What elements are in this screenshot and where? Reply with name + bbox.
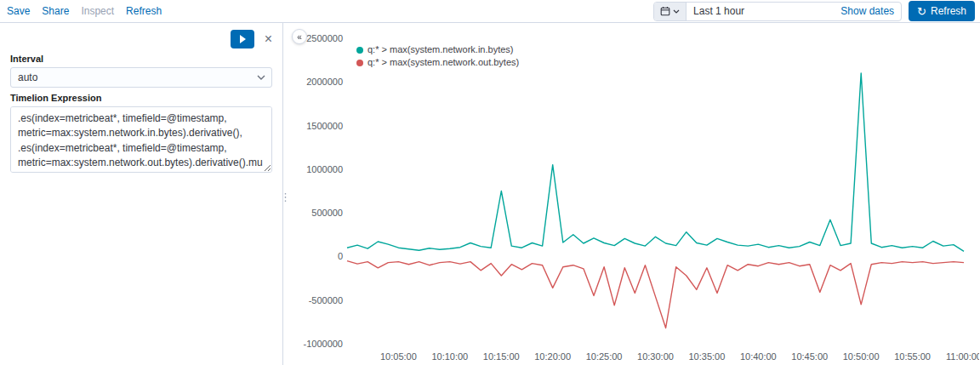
axis-tick-label: 500000 — [311, 208, 343, 218]
refresh-button[interactable]: ↻ Refresh — [909, 1, 975, 21]
expression-label: Timelion Expression — [10, 93, 272, 103]
save-button[interactable]: Save — [7, 5, 30, 17]
collapse-panel-button[interactable]: « — [292, 29, 307, 44]
chart-area: q:* > max(system.network.in.bytes) q:* >… — [283, 23, 980, 365]
series-line-0 — [347, 73, 964, 251]
calendar-icon — [660, 6, 670, 16]
editor-actions: × — [10, 30, 272, 48]
axis-tick-label: 10:15:00 — [483, 351, 520, 362]
chart-legend: q:* > max(system.network.in.bytes) q:* >… — [356, 43, 519, 69]
axis-tick-label: 10:10:00 — [431, 351, 468, 362]
calendar-dropdown-button[interactable] — [654, 3, 687, 20]
legend-item-network-in: q:* > max(system.network.in.bytes) — [356, 43, 519, 56]
time-controls: Last 1 hour Show dates ↻ Refresh — [653, 1, 975, 21]
refresh-nav-button[interactable]: Refresh — [126, 5, 162, 17]
top-bar: Save Share Inspect Refresh Last 1 hour S… — [0, 0, 980, 23]
close-editor-button[interactable]: × — [265, 32, 272, 46]
interval-label: Interval — [10, 54, 272, 64]
axis-tick-label: 1500000 — [306, 121, 343, 131]
axis-tick-label: 10:05:00 — [380, 351, 417, 362]
axis-tick-label: 10:30:00 — [637, 351, 674, 362]
share-button[interactable]: Share — [42, 5, 69, 17]
series-out-dot-icon — [356, 60, 363, 66]
axis-tick-label: 10:55:00 — [894, 351, 931, 362]
legend-label: q:* > max(system.network.out.bytes) — [368, 56, 519, 69]
axis-tick-label: -1000000 — [304, 339, 344, 349]
play-icon — [240, 35, 246, 43]
chevron-down-icon — [673, 9, 680, 14]
axis-tick-label: 0 — [338, 251, 343, 261]
main-content: × Interval auto Timelion Expression .es(… — [0, 23, 980, 365]
timelion-editor-panel: × Interval auto Timelion Expression .es(… — [0, 23, 283, 365]
interval-select[interactable]: auto — [10, 67, 272, 88]
series-in-dot-icon — [356, 47, 363, 54]
time-range-value[interactable]: Last 1 hour — [687, 5, 834, 17]
show-dates-button[interactable]: Show dates — [834, 5, 901, 17]
axis-tick-label: 10:45:00 — [791, 351, 828, 362]
axis-tick-label: 10:20:00 — [534, 351, 571, 362]
panel-resize-handle[interactable]: ⋮ — [280, 191, 291, 202]
axis-tick-label: 2000000 — [306, 77, 343, 87]
axis-tick-label: 10:25:00 — [586, 351, 623, 362]
top-nav: Save Share Inspect Refresh — [7, 5, 162, 17]
timelion-chart: 25000002000000150000010000005000000-5000… — [283, 23, 979, 365]
refresh-button-label: Refresh — [931, 5, 966, 17]
axis-tick-label: -500000 — [309, 295, 343, 305]
axis-tick-label: 2500000 — [306, 33, 343, 43]
super-date-picker: Last 1 hour Show dates — [653, 2, 902, 21]
legend-item-network-out: q:* > max(system.network.out.bytes) — [356, 56, 519, 69]
axis-tick-label: 10:50:00 — [843, 351, 880, 362]
inspect-button[interactable]: Inspect — [81, 5, 114, 17]
series-line-1 — [347, 261, 964, 328]
axis-tick-label: 1000000 — [306, 164, 343, 174]
axis-tick-label: 10:35:00 — [689, 351, 726, 362]
refresh-icon: ↻ — [917, 6, 926, 17]
timelion-expression-textarea[interactable]: .es(index=metricbeat*, timefield=@timest… — [10, 106, 272, 173]
run-expression-button[interactable] — [231, 30, 254, 48]
axis-tick-label: 11:00:00 — [946, 351, 979, 362]
axis-tick-label: 10:40:00 — [740, 351, 777, 362]
legend-label: q:* > max(system.network.in.bytes) — [368, 43, 513, 56]
